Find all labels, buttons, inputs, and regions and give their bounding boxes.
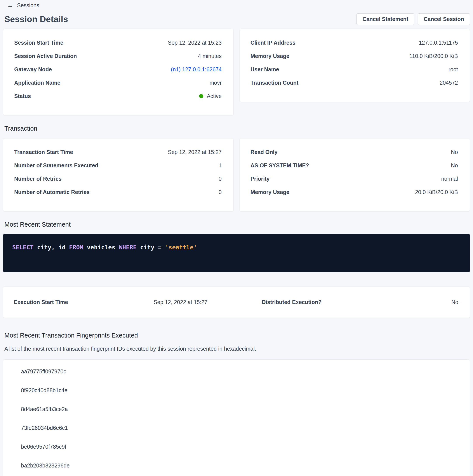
execution-start-time-value: Sep 12, 2022 at 15:27 [125, 299, 236, 305]
row-label: AS OF SYSTEM TIME? [250, 162, 309, 169]
transaction-cards: Transaction Start Time Sep 12, 2022 at 1… [3, 138, 470, 211]
distributed-execution-label: Distributed Execution? [236, 299, 347, 305]
row-label: User Name [250, 66, 279, 73]
summary-row: Status Active [14, 89, 222, 103]
distributed-execution-value: No [347, 299, 458, 305]
transaction-card-right: Read Only No AS OF SYSTEM TIME? No Prior… [239, 138, 470, 211]
summary-row: Read Only No [250, 145, 458, 159]
cancel-session-button[interactable]: Cancel Session [418, 13, 470, 25]
row-value: 127.0.0.1:51175 [419, 40, 458, 46]
row-value: normal [441, 176, 458, 182]
arrow-left-icon: ← [7, 2, 13, 9]
fingerprint-list-item: 73fe26034bd6e6c1 [21, 418, 470, 437]
row-label: Session Start Time [14, 40, 63, 46]
sql-text: city, id [34, 244, 69, 251]
row-label: Application Name [14, 80, 60, 86]
summary-row: AS OF SYSTEM TIME? No [250, 159, 458, 172]
fingerprint-list-item: ba2b203b823296de [21, 456, 470, 475]
row-label: Number of Automatic Retries [14, 189, 90, 195]
row-value: Sep 12, 2022 at 15:27 [168, 149, 222, 155]
row-label: Read Only [250, 149, 277, 155]
fingerprints-section-heading: Most Recent Transaction Fingerprints Exe… [4, 332, 470, 339]
transaction-section-heading: Transaction [4, 125, 470, 132]
session-details-page: ← Sessions Session Details Cancel Statem… [0, 0, 473, 476]
session-summary-card-left: Session Start Time Sep 12, 2022 at 15:23… [3, 29, 234, 115]
row-value: 1 [219, 162, 222, 169]
row-label: Number of Retries [14, 176, 62, 182]
row-label: Memory Usage [250, 53, 289, 59]
row-label: Session Active Duration [14, 53, 77, 59]
row-value: Sep 12, 2022 at 15:23 [168, 40, 222, 46]
fingerprints-card: aa79775ff097970c 8f920c40d88b1c4e 8d4ae6… [3, 359, 470, 476]
most-recent-statement-heading: Most Recent Statement [4, 221, 470, 228]
sql-keyword: FROM [69, 244, 83, 251]
sql-statement: SELECT city, id FROM vehicles WHERE city… [12, 243, 461, 251]
row-value: No [451, 149, 458, 155]
execution-start-time-label: Execution Start Time [14, 299, 125, 305]
sql-keyword: WHERE [119, 244, 137, 251]
header-actions: Cancel Statement Cancel Session [357, 13, 470, 25]
summary-row: Session Start Time Sep 12, 2022 at 15:23 [14, 36, 222, 50]
row-value: 0 [219, 176, 222, 182]
page-header: Session Details Cancel Statement Cancel … [4, 13, 470, 25]
gateway-node-link[interactable]: (n1) 127.0.0.1:62674 [171, 66, 222, 72]
row-value: 110.0 KiB/200.0 KiB [409, 53, 458, 59]
sql-keyword: SELECT [12, 244, 34, 251]
summary-row: Session Active Duration 4 minutes [14, 50, 222, 63]
status-active-dot [199, 94, 203, 98]
row-label: Transaction Start Time [14, 149, 73, 155]
session-summary-cards: Session Start Time Sep 12, 2022 at 15:23… [3, 29, 470, 115]
row-value: 20.0 KiB/20.0 KiB [415, 189, 458, 195]
row-label: Number of Statements Executed [14, 162, 98, 169]
row-value: 0 [219, 189, 222, 195]
row-value: 204572 [440, 80, 458, 86]
sql-text: city = [137, 244, 165, 251]
sql-statement-box: SELECT city, id FROM vehicles WHERE city… [3, 234, 470, 272]
summary-row: Transaction Count 204572 [250, 76, 458, 89]
sql-text: vehicles [83, 244, 119, 251]
summary-row: Transaction Start Time Sep 12, 2022 at 1… [14, 145, 222, 159]
fingerprint-list-item: be06e9570f785c9f [21, 437, 470, 456]
row-label: Client IP Address [250, 40, 295, 46]
summary-row: Number of Retries 0 [14, 172, 222, 186]
status-value: Active [199, 93, 222, 99]
session-summary-card-right: Client IP Address 127.0.0.1:51175 Memory… [239, 29, 470, 102]
summary-row: Number of Automatic Retries 0 [14, 186, 222, 199]
fingerprints-description: A list of the most recent transaction fi… [4, 346, 470, 352]
row-label: Memory Usage [250, 189, 289, 195]
row-value: root [449, 66, 458, 73]
summary-row: User Name root [250, 63, 458, 76]
summary-row: Gateway Node (n1) 127.0.0.1:62674 [14, 63, 222, 76]
transaction-card-left: Transaction Start Time Sep 12, 2022 at 1… [3, 138, 234, 211]
back-to-sessions-link[interactable]: ← Sessions [7, 2, 39, 9]
summary-row: Number of Statements Executed 1 [14, 159, 222, 172]
row-label: Priority [250, 176, 270, 182]
fingerprint-list-item: 8d4ae61a5fb3ce2a [21, 400, 470, 418]
fingerprint-list-item: 8f920c40d88b1c4e [21, 381, 470, 400]
summary-row: Priority normal [250, 172, 458, 186]
summary-row: Memory Usage 20.0 KiB/20.0 KiB [250, 186, 458, 199]
page-title: Session Details [4, 15, 68, 24]
sql-string-literal: 'seattle' [165, 244, 197, 251]
fingerprint-list-item: aa79775ff097970c [21, 362, 470, 381]
summary-row: Client IP Address 127.0.0.1:51175 [250, 36, 458, 50]
cancel-statement-button[interactable]: Cancel Statement [357, 13, 414, 25]
summary-row: Memory Usage 110.0 KiB/200.0 KiB [250, 50, 458, 63]
row-label: Gateway Node [14, 66, 52, 73]
row-label: Transaction Count [250, 80, 298, 86]
status-badge: Active [207, 93, 222, 99]
row-value: No [451, 162, 458, 169]
summary-row: Application Name movr [14, 76, 222, 89]
row-value: 4 minutes [198, 53, 222, 59]
execution-summary-card: Execution Start Time Sep 12, 2022 at 15:… [3, 286, 470, 318]
row-value: movr [209, 80, 222, 86]
breadcrumb-label: Sessions [17, 2, 39, 9]
row-label: Status [14, 93, 31, 99]
